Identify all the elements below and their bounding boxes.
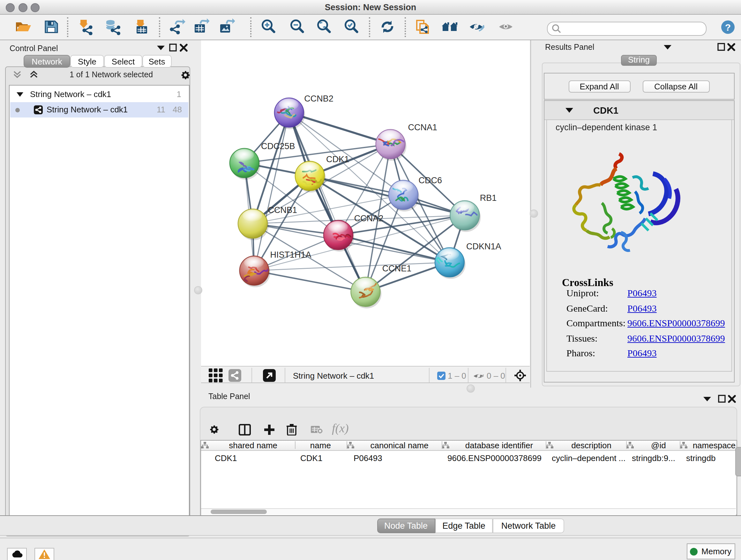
svg-text:RB1: RB1 <box>480 193 496 203</box>
svg-text:CDC6: CDC6 <box>418 176 442 185</box>
svg-text:CCNB2: CCNB2 <box>304 94 333 104</box>
svg-text:CCNA1: CCNA1 <box>408 123 437 132</box>
svg-text:HIST1H1A: HIST1H1A <box>270 250 311 260</box>
svg-text:CCNB1: CCNB1 <box>267 205 297 215</box>
svg-text:CDK1: CDK1 <box>326 154 349 164</box>
svg-text:CCNA2: CCNA2 <box>354 213 383 223</box>
svg-text:CCNE1: CCNE1 <box>382 264 411 273</box>
svg-text:CDC25B: CDC25B <box>261 141 295 151</box>
svg-text:CDKN1A: CDKN1A <box>466 242 501 251</box>
